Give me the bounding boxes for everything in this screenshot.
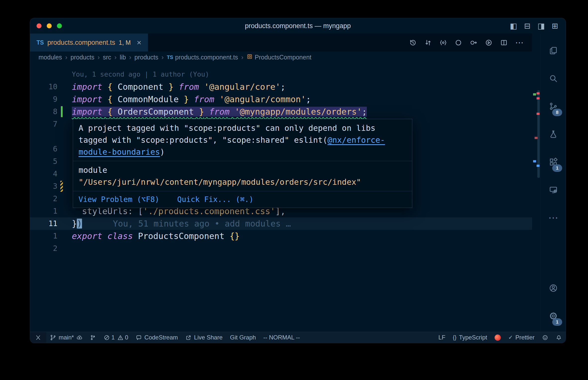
status-item-vim-mode[interactable]: -- NORMAL -- (260, 332, 304, 343)
gutter[interactable] (57, 81, 72, 93)
breadcrumb-item[interactable]: ProductsComponent (247, 53, 311, 61)
bell-icon (556, 334, 562, 341)
status-item-feedback[interactable] (538, 332, 552, 343)
line-number[interactable]: 5 (30, 155, 57, 168)
line-number[interactable]: 10 (30, 81, 57, 93)
share-icon (185, 334, 192, 341)
line-number[interactable]: 1 (30, 205, 57, 217)
line-number[interactable]: 9 (30, 93, 57, 105)
breadcrumb-item[interactable]: TSproducts.component.ts (167, 54, 238, 61)
tab-products-component[interactable]: TS products.component.ts 1, M × (30, 34, 148, 51)
toggle-right-sidebar-icon[interactable]: ◨ (538, 21, 545, 31)
line-number[interactable]: 2 (30, 242, 57, 255)
status-item-codestream[interactable]: CodeStream (132, 332, 182, 343)
status-item-live-share[interactable]: Live Share (182, 332, 226, 343)
breadcrumb-label: ProductsComponent (255, 54, 311, 61)
activity-bar-item-extensions[interactable]: 1 (541, 148, 566, 176)
gutter[interactable] (57, 130, 72, 143)
code-line[interactable]: 8import { OrdersComponent } from '@mynga… (30, 105, 532, 118)
activity-bar-item-settings[interactable]: 1 (541, 302, 566, 330)
activity-bar-item-explorer[interactable] (541, 37, 566, 64)
line-number[interactable]: 6 (30, 143, 57, 155)
status-item-formatter-prettier[interactable]: ✓Prettier (504, 332, 538, 343)
minimize-window-button[interactable] (47, 23, 52, 28)
close-tab-icon[interactable]: × (137, 38, 141, 47)
line-number[interactable]: 4 (30, 168, 57, 180)
code-editor[interactable]: You, 1 second ago | 1 author (You) 10imp… (30, 63, 532, 332)
gutter[interactable] (57, 143, 72, 155)
gutter[interactable] (57, 118, 72, 130)
open-changes-icon[interactable] (439, 39, 447, 47)
overview-ruler-mark (533, 160, 536, 162)
gutter[interactable] (57, 93, 72, 105)
gutter[interactable] (57, 230, 72, 242)
quick-fix-action[interactable]: Quick Fix... (⌘.) (177, 194, 253, 205)
gutter[interactable] (57, 217, 72, 230)
status-count: 0 (125, 334, 128, 341)
code-line[interactable]: 1export class ProductsComponent {} (30, 230, 532, 242)
breadcrumb-item[interactable]: modules (39, 54, 62, 61)
symbol-class-icon (247, 53, 253, 61)
status-item-notifications[interactable] (552, 332, 566, 343)
breadcrumb-item[interactable]: lib (120, 54, 126, 61)
toggle-panel-icon[interactable]: ⊟ (524, 21, 531, 31)
line-number[interactable] (30, 130, 57, 143)
breadcrumb-item[interactable]: products (134, 54, 158, 61)
activity-bar-item-testing[interactable] (541, 120, 566, 148)
tab-filename: products.component.ts (47, 39, 115, 47)
next-change-icon[interactable] (470, 39, 477, 47)
breadcrumb-label: products (134, 54, 158, 61)
overview-ruler[interactable] (532, 34, 541, 332)
eslint-rule-link[interactable]: module-boundaries (79, 147, 160, 157)
line-number[interactable]: 1 (30, 230, 57, 242)
compare-changes-icon[interactable] (424, 39, 432, 47)
gutter[interactable] (57, 205, 72, 217)
check-icon: ✓ (508, 334, 513, 341)
popup-text: tagged with "scope:products", "scope:sha… (79, 135, 328, 145)
status-item-eol-indicator[interactable]: LF (435, 332, 449, 343)
line-number[interactable]: 8 (30, 105, 57, 118)
activity-bar-item-source-control[interactable]: 8 (541, 92, 566, 120)
status-label: main* (59, 334, 74, 341)
gutter[interactable] (57, 242, 72, 255)
activity-bar-item-more-views[interactable]: ⋯ (541, 204, 566, 232)
timeline-history-icon[interactable] (409, 39, 417, 47)
activity-bar-item-search[interactable] (541, 64, 566, 92)
circle-outline-icon[interactable] (455, 39, 462, 47)
breadcrumb-item[interactable]: src (103, 54, 111, 61)
status-item-extension-logo[interactable] (491, 332, 504, 343)
toggle-left-sidebar-icon[interactable]: ◧ (510, 21, 517, 31)
close-window-button[interactable] (37, 23, 42, 28)
status-item-git-branch[interactable]: main* (46, 332, 86, 343)
split-editor-icon[interactable] (500, 39, 508, 47)
line-number[interactable]: 11 (30, 217, 57, 230)
status-item-remote-indicator[interactable] (30, 332, 46, 343)
line-number[interactable]: 3 (30, 180, 57, 192)
more-actions-icon[interactable]: ⋯ (515, 39, 524, 47)
status-item-git-graph[interactable]: Git Graph (226, 332, 260, 343)
zoom-window-button[interactable] (57, 23, 62, 28)
line-number[interactable]: 2 (30, 192, 57, 205)
eslint-rule-link[interactable]: @nx/enforce- (328, 135, 385, 145)
status-part: 1 (104, 334, 115, 341)
status-item-problems[interactable]: 10 (100, 332, 132, 343)
code-line[interactable]: 2 (30, 242, 532, 255)
status-item-language-mode[interactable]: {}TypeScript (449, 332, 491, 343)
code-line[interactable]: 10import { Component } from '@angular/co… (30, 81, 532, 93)
view-problem-action[interactable]: View Problem (⌥F8) (79, 194, 159, 205)
line-number[interactable]: 7 (30, 118, 57, 130)
activity-bar-item-remote-explorer[interactable] (541, 176, 566, 204)
gutter[interactable] (57, 105, 72, 118)
code-line[interactable]: 11})You, 51 minutes ago • add modules … (30, 217, 532, 230)
customize-layout-icon[interactable]: ⊞ (552, 21, 558, 31)
activity-bar-item-accounts[interactable] (541, 274, 566, 302)
run-file-icon[interactable] (485, 39, 493, 47)
code-line[interactable]: 9import { CommonModule } from '@angular/… (30, 93, 532, 105)
breadcrumb-item[interactable]: products (71, 54, 94, 61)
gutter[interactable] (57, 155, 72, 168)
gutter[interactable] (57, 192, 72, 205)
status-item-git-session[interactable] (86, 332, 100, 343)
gutter[interactable] (57, 180, 72, 192)
breadcrumb-label: products.component.ts (175, 54, 238, 61)
gutter[interactable] (57, 168, 72, 180)
